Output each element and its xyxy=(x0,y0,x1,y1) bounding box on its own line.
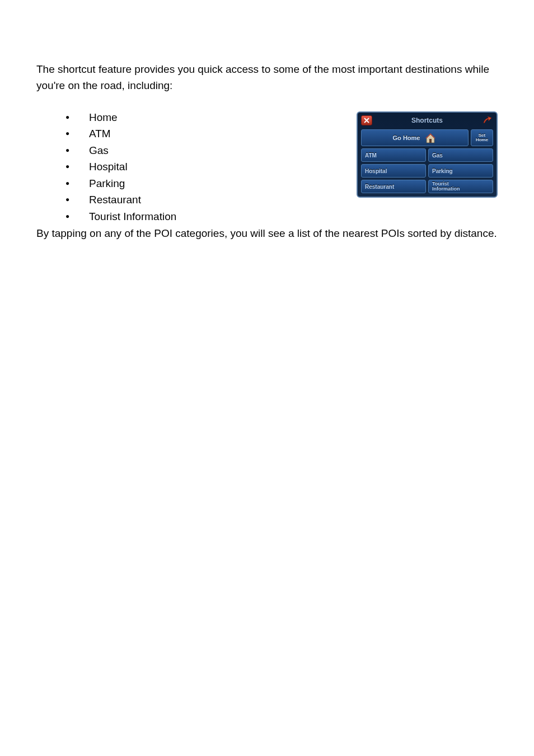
close-icon xyxy=(364,115,369,125)
parking-label: Parking xyxy=(432,168,453,174)
shortcuts-screenshot: Shortcuts Go Home xyxy=(357,111,498,198)
list-item: Tourist Information xyxy=(65,208,340,225)
tourist-label-2: Information xyxy=(432,186,460,192)
gas-label: Gas xyxy=(432,152,443,158)
gas-button[interactable]: Gas xyxy=(428,148,493,162)
list-item: Gas xyxy=(65,142,340,158)
restaurant-button[interactable]: Restaurant xyxy=(361,180,426,193)
go-home-label: Go Home xyxy=(393,134,420,141)
restaurant-label: Restaurant xyxy=(365,184,394,190)
svg-rect-0 xyxy=(429,139,432,143)
list-item: ATM xyxy=(65,125,340,142)
home-icon xyxy=(424,132,437,144)
atm-button[interactable]: ATM xyxy=(361,148,426,162)
outro-paragraph: By tapping on any of the POI categories,… xyxy=(36,226,498,242)
nav-arrow-icon[interactable] xyxy=(482,115,493,125)
widget-title: Shortcuts xyxy=(411,116,443,124)
hospital-button[interactable]: Hospital xyxy=(361,164,426,178)
list-item: Home xyxy=(65,109,340,125)
atm-label: ATM xyxy=(365,152,377,158)
bullet-list: Home ATM Gas Hospital Parking Restaurant… xyxy=(36,109,340,225)
list-item: Parking xyxy=(65,175,340,192)
set-home-label-2: Home xyxy=(476,138,488,142)
tourist-info-button[interactable]: Tourist Information xyxy=(428,180,493,193)
go-home-button[interactable]: Go Home xyxy=(361,129,469,146)
list-item: Hospital xyxy=(65,158,340,175)
parking-button[interactable]: Parking xyxy=(428,164,493,178)
hospital-label: Hospital xyxy=(365,168,387,174)
list-item: Restaurant xyxy=(65,192,340,208)
close-button[interactable] xyxy=(361,115,372,125)
intro-paragraph: The shortcut feature provides you quick … xyxy=(36,62,498,94)
set-home-button[interactable]: Set Home xyxy=(471,129,493,146)
